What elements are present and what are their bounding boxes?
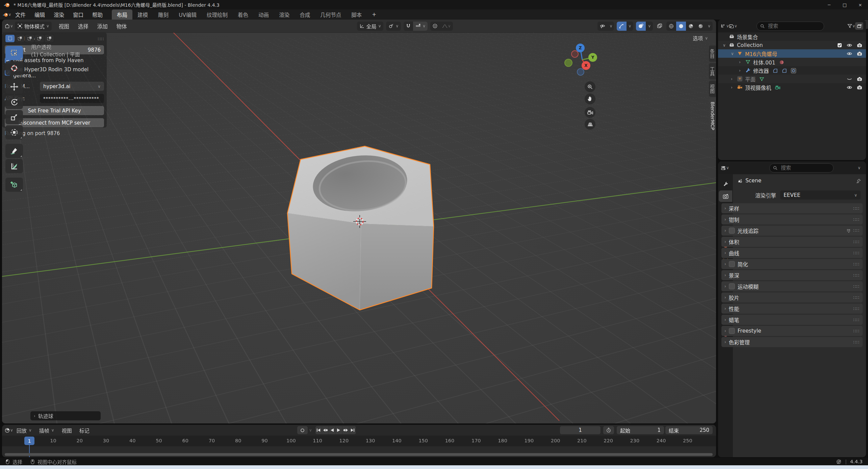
timeline-menu-0[interactable]: 回放∨ <box>13 427 35 434</box>
properties-panel-row-12[interactable]: ›色彩管理∷∷ <box>721 337 863 347</box>
properties-panel-row-9[interactable]: ›性能∷∷ <box>721 304 863 314</box>
workspace-tab-5[interactable]: 着色 <box>233 9 253 20</box>
frame-end-field[interactable]: 结束250 <box>665 426 713 434</box>
properties-panel-row-8[interactable]: ›胶片∷∷ <box>721 292 863 303</box>
close-button[interactable]: × <box>852 0 868 9</box>
render-engine-dropdown[interactable]: EEVEE ∨ <box>780 190 861 200</box>
editor-type-button[interactable]: ∨ <box>5 22 13 30</box>
shading-material[interactable] <box>686 22 696 31</box>
hide-toggle[interactable] <box>846 42 852 48</box>
mode-dropdown[interactable]: 物体模式 ∨ <box>15 22 52 31</box>
play-button[interactable] <box>336 426 342 434</box>
hide-toggle[interactable] <box>846 50 852 57</box>
workspace-tab-10[interactable]: 脚本 <box>346 9 367 20</box>
workspace-tab-3[interactable]: UV编辑 <box>174 9 202 20</box>
add-workspace-button[interactable]: + <box>367 9 381 20</box>
filter-button[interactable]: ∨ <box>847 22 855 30</box>
workspace-tab-1[interactable]: 建模 <box>132 9 153 20</box>
outliner-search[interactable] <box>757 22 824 31</box>
select-extend-button[interactable] <box>15 35 24 42</box>
properties-tab-render[interactable] <box>719 190 732 202</box>
menu-3[interactable]: 窗口 <box>69 10 88 19</box>
navigation-gizmo[interactable]: Z Y X <box>561 39 605 83</box>
gizmo-controls[interactable]: ∨ <box>617 22 634 31</box>
current-frame-indicator[interactable]: 1 <box>24 437 34 445</box>
sidebar-tab-3[interactable]: BlenderMCP <box>709 98 716 134</box>
outliner-row-3[interactable]: ›柱体.001 <box>718 58 866 66</box>
timeline-menu-2[interactable]: 视图 <box>58 427 76 434</box>
shading-rendered[interactable] <box>696 22 706 31</box>
outliner-row-1[interactable]: ∨Collection <box>718 41 866 49</box>
gizmo-x-axis[interactable]: X <box>582 61 590 70</box>
outliner-row-0[interactable]: 场景集合 <box>718 32 866 41</box>
chevron-right-icon[interactable]: › <box>739 69 745 73</box>
timeline-ruler[interactable]: 1020304050607080901001101201301401501601… <box>2 436 716 446</box>
snap-controls[interactable]: ∨ <box>404 22 428 31</box>
properties-panel-row-4[interactable]: ›曲线∷∷ <box>721 248 863 258</box>
menu-4[interactable]: 帮助 <box>88 10 107 19</box>
select-set-button[interactable] <box>5 35 15 42</box>
frame-start-field[interactable]: 起始1 <box>617 426 664 434</box>
gizmo-y-axis[interactable]: Y <box>588 53 597 62</box>
snap-toggle[interactable] <box>404 22 413 31</box>
visibility-dropdown[interactable]: ∨ <box>597 22 614 31</box>
measure-tool[interactable] <box>5 159 23 173</box>
render-visibility-toggle[interactable] <box>857 84 863 90</box>
workspace-tab-2[interactable]: 雕刻 <box>153 9 174 20</box>
maximize-button[interactable]: □ <box>837 0 852 9</box>
pivot-dropdown[interactable]: ∨ <box>386 22 401 31</box>
shading-dropdown[interactable]: ∨ <box>706 22 713 31</box>
properties-panel-row-6[interactable]: ›景深∷∷ <box>721 270 863 280</box>
viewport-canvas[interactable]: 用户透视 (1) Collection | 平面 选项∨ Z <box>2 32 716 423</box>
properties-search-input[interactable] <box>780 164 815 171</box>
gizmo-z-axis[interactable]: Z <box>576 44 585 52</box>
timeline-scrollbar[interactable] <box>5 453 713 456</box>
hide-toggle[interactable] <box>846 76 852 82</box>
move-tool[interactable] <box>5 80 23 94</box>
properties-panel-row-1[interactable]: ›钳制∷∷ <box>721 214 863 225</box>
shading-wireframe[interactable] <box>666 22 676 31</box>
chevron-right-icon[interactable]: › <box>731 77 737 81</box>
snap-target[interactable]: ∨ <box>413 22 428 31</box>
chevron-right-icon[interactable]: › <box>731 85 737 89</box>
properties-search[interactable] <box>769 163 834 173</box>
sidebar-tab-1[interactable]: 工具 <box>709 63 716 79</box>
viewport-menu-2[interactable]: 添加 <box>93 22 112 30</box>
timeline-menu-1[interactable]: 插帧∨ <box>35 427 58 434</box>
editor-type-button[interactable]: ∨ <box>721 22 729 30</box>
render-visibility-toggle[interactable] <box>857 42 863 48</box>
collection-checkbox[interactable] <box>837 42 842 48</box>
viewport-menu-0[interactable]: 视图 <box>54 22 74 30</box>
panel-checkbox[interactable] <box>729 328 735 334</box>
sidebar-tab-2[interactable]: 视图 <box>709 81 716 97</box>
panel-checkbox[interactable] <box>729 283 735 289</box>
properties-panel-row-10[interactable]: ›蜡笔∷∷ <box>721 315 863 325</box>
gizmo-dropdown[interactable]: ∨ <box>627 22 634 31</box>
workspace-tab-6[interactable]: 动画 <box>253 9 274 20</box>
new-collection-button[interactable] <box>855 22 863 30</box>
scale-tool[interactable] <box>5 110 23 124</box>
jump-end-button[interactable] <box>349 426 356 434</box>
display-mode-button[interactable]: ∨ <box>729 22 737 30</box>
blender-menu-button[interactable]: ∨ <box>3 11 11 18</box>
workspace-tab-9[interactable]: 几何节点 <box>315 9 346 20</box>
ortho-toggle-button[interactable] <box>585 119 595 130</box>
play-reverse-button[interactable] <box>329 426 336 434</box>
options-button[interactable]: 选项∨ <box>693 34 708 42</box>
pan-button[interactable] <box>585 94 595 104</box>
auto-keying-button[interactable] <box>603 426 614 434</box>
properties-tab-tool[interactable] <box>719 178 732 190</box>
cursor-tool[interactable] <box>5 61 23 75</box>
jump-start-button[interactable] <box>315 426 322 434</box>
select-subtract-button[interactable] <box>25 35 34 42</box>
properties-panel-row-3[interactable]: ›体积∷∷ <box>721 237 863 247</box>
workspace-tab-0[interactable]: 布局 <box>112 9 132 20</box>
menu-0[interactable]: 文件 <box>11 10 30 19</box>
camera-view-button[interactable] <box>585 107 595 118</box>
chevron-down-icon[interactable]: ∨ <box>731 52 737 56</box>
timeline-menu-3[interactable]: 标记 <box>76 427 93 434</box>
workspace-tab-4[interactable]: 纹理绘制 <box>202 9 233 20</box>
editor-type-button[interactable]: ∨ <box>721 164 729 172</box>
rotate-tool[interactable] <box>5 95 23 109</box>
proportional-editing[interactable]: ∨ <box>430 22 453 31</box>
